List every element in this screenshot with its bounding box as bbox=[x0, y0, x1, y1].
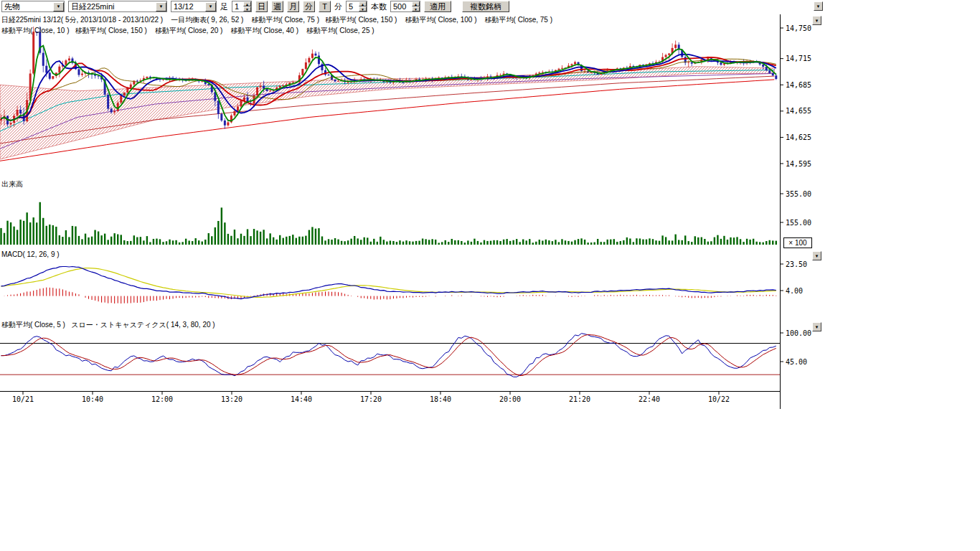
bars-stepper[interactable]: 500 ▲▼ bbox=[390, 1, 420, 12]
svg-text:355.00: 355.00 bbox=[786, 190, 811, 198]
instrument-type-dropdown[interactable]: 先物 ▼ bbox=[1, 1, 65, 12]
toolbar: 先物 ▼ 日経225mini ▼ 13/12 ▼ 足 1 ▲▼ 日 週 月 分 … bbox=[0, 0, 980, 13]
apply-button[interactable]: 適用 bbox=[424, 1, 451, 12]
spin-down-icon[interactable]: ▼ bbox=[243, 6, 251, 11]
svg-text:14,625: 14,625 bbox=[786, 133, 811, 141]
svg-text:13:20: 13:20 bbox=[221, 395, 242, 403]
spin-down-icon[interactable]: ▼ bbox=[412, 6, 420, 11]
minute-value: 5 bbox=[349, 2, 353, 11]
chart-application-window: { "toolbar": { "instrument_type": "先物", … bbox=[0, 0, 980, 551]
macd-pane-collapse-button[interactable]: ▼ bbox=[812, 251, 821, 260]
timeframe-minute-button[interactable]: 分 bbox=[303, 1, 315, 12]
svg-text:10:40: 10:40 bbox=[82, 395, 103, 403]
svg-text:45.00: 45.00 bbox=[786, 358, 807, 366]
chart-canvas: 14,75014,71514,68514,65514,62514,595355.… bbox=[0, 0, 980, 551]
svg-text:14,750: 14,750 bbox=[786, 24, 811, 32]
spin-up-icon[interactable]: ▲ bbox=[412, 1, 420, 6]
price-pane-collapse-button[interactable]: ▼ bbox=[812, 16, 821, 25]
period-value: 1 bbox=[235, 2, 239, 11]
svg-text:23.50: 23.50 bbox=[786, 260, 807, 268]
svg-text:20:00: 20:00 bbox=[499, 395, 521, 403]
svg-text:14,595: 14,595 bbox=[786, 160, 811, 168]
bars-label: 本数 bbox=[371, 1, 387, 12]
volume-multiplier-badge: × 100 bbox=[783, 237, 812, 248]
chevron-down-icon[interactable]: ▼ bbox=[156, 2, 166, 11]
svg-text:4.00: 4.00 bbox=[786, 287, 803, 295]
toolbar-scroll-down-button[interactable]: ▼ bbox=[814, 1, 823, 11]
spin-up-icon[interactable]: ▲ bbox=[359, 1, 367, 6]
symbol-dropdown[interactable]: 日経225mini ▼ bbox=[68, 1, 167, 12]
minute-stepper[interactable]: 5 ▲▼ bbox=[346, 1, 367, 12]
stochastics-pane-label: 移動平均( Close, 5 ) スロー・ストキャスティクス( 14, 3, 8… bbox=[1, 321, 215, 329]
spin-down-icon[interactable]: ▼ bbox=[359, 6, 367, 11]
svg-text:100.00: 100.00 bbox=[786, 329, 811, 337]
bars-value: 500 bbox=[393, 2, 406, 11]
contract-month-dropdown[interactable]: 13/12 ▼ bbox=[171, 1, 217, 12]
timeframe-tick-button[interactable]: T bbox=[319, 1, 331, 12]
svg-text:14,655: 14,655 bbox=[786, 107, 811, 115]
svg-text:18:40: 18:40 bbox=[430, 395, 451, 403]
period-stepper[interactable]: 1 ▲▼ bbox=[232, 1, 252, 12]
stochastics-pane-collapse-button[interactable]: ▼ bbox=[812, 322, 821, 331]
chevron-down-icon[interactable]: ▼ bbox=[53, 2, 64, 11]
multi-symbol-button[interactable]: 複数銘柄 bbox=[462, 1, 509, 12]
symbol-value: 日経225mini bbox=[71, 1, 115, 12]
timeframe-day-button[interactable]: 日 bbox=[255, 1, 268, 12]
timeframe-week-button[interactable]: 週 bbox=[271, 1, 283, 12]
svg-text:14,685: 14,685 bbox=[786, 81, 811, 89]
svg-text:12:00: 12:00 bbox=[151, 395, 173, 403]
svg-text:10/21: 10/21 bbox=[12, 395, 34, 403]
svg-text:14:40: 14:40 bbox=[291, 395, 312, 403]
macd-pane-label: MACD( 12, 26, 9 ) bbox=[1, 250, 60, 259]
chart-legend-line1: 日経225mini 13/12( 5分, 2013/10/18 - 2013/1… bbox=[1, 16, 552, 24]
contract-month-value: 13/12 bbox=[174, 2, 194, 11]
period-label: 足 bbox=[220, 1, 228, 12]
svg-text:21:20: 21:20 bbox=[569, 395, 590, 403]
chart-legend-line2: 移動平均( Close, 10 ) 移動平均( Close, 150 ) 移動平… bbox=[1, 27, 374, 35]
svg-text:10/22: 10/22 bbox=[708, 395, 730, 403]
chevron-down-icon[interactable]: ▼ bbox=[205, 2, 216, 11]
svg-text:22:40: 22:40 bbox=[639, 395, 660, 403]
svg-text:155.00: 155.00 bbox=[786, 219, 811, 227]
instrument-type-value: 先物 bbox=[4, 1, 20, 12]
timeframe-month-button[interactable]: 月 bbox=[287, 1, 299, 12]
svg-text:17:20: 17:20 bbox=[360, 395, 382, 403]
minute-label: 分 bbox=[334, 1, 342, 12]
spin-up-icon[interactable]: ▲ bbox=[243, 1, 251, 6]
svg-text:14,715: 14,715 bbox=[786, 55, 811, 62]
volume-pane-label: 出来高 bbox=[1, 180, 23, 189]
